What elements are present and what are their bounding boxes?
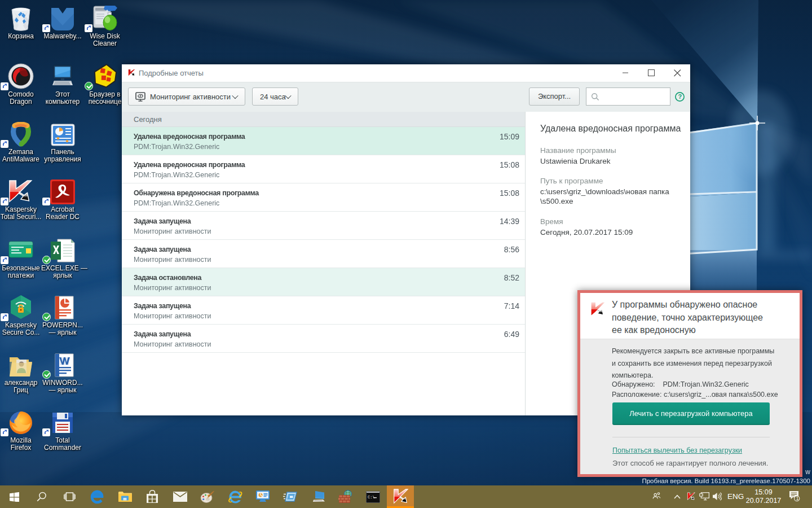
svg-text:?: ? bbox=[678, 93, 682, 100]
svg-text:1: 1 bbox=[796, 496, 799, 501]
